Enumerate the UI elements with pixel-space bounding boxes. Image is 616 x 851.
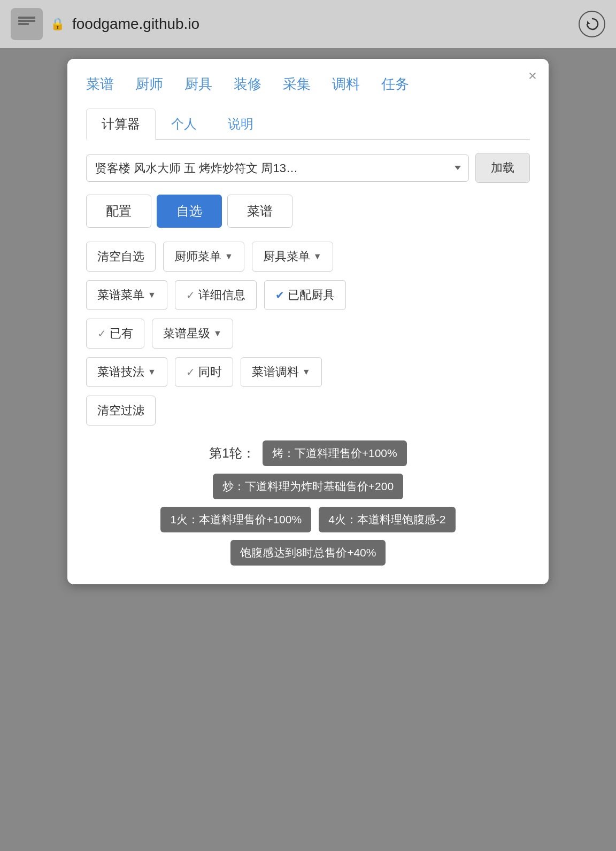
already-have-button[interactable]: ✓ 已有 [86, 319, 144, 349]
chef-menu-label: 厨师菜单 [174, 249, 221, 265]
badge-row-1: 第1轮： 烤：下道料理售价+100% [209, 440, 406, 466]
reload-button[interactable] [579, 11, 605, 37]
browser-icon [11, 8, 43, 40]
simultaneous-check-icon: ✓ [186, 366, 195, 378]
equipped-kitchen-button[interactable]: ✔ 已配厨具 [264, 280, 346, 310]
modal: × 菜谱 厨师 厨具 装修 采集 调料 任务 计算器 个人 说明 贤客楼 风水大… [67, 59, 549, 584]
svg-rect-0 [18, 17, 35, 19]
filter-row-3: ✓ 已有 菜谱星级 ▼ [86, 319, 530, 349]
mode-tab-recipe[interactable]: 菜谱 [227, 195, 292, 228]
detail-info-label: 详细信息 [198, 287, 245, 303]
clear-filter-button[interactable]: 清空过滤 [86, 396, 156, 426]
mode-tab-custom[interactable]: 自选 [157, 195, 222, 228]
round-label: 第1轮： [209, 445, 255, 462]
tab-zhuangxiu[interactable]: 装修 [234, 75, 261, 96]
recipe-menu-label: 菜谱菜单 [97, 287, 144, 303]
recipe-seasoning-button[interactable]: 菜谱调料 ▼ [241, 357, 322, 387]
badges-section: 第1轮： 烤：下道料理售价+100% 炒：下道料理为炸时基础售价+200 1火：… [86, 440, 530, 566]
kitchen-menu-label: 厨具菜单 [263, 249, 310, 265]
tab-caiji[interactable]: 采集 [283, 75, 311, 96]
filter-row-5: 清空过滤 [86, 396, 530, 426]
mode-tab-config[interactable]: 配置 [86, 195, 151, 228]
subtab-calculator[interactable]: 计算器 [86, 109, 156, 140]
clear-custom-button[interactable]: 清空自选 [86, 242, 156, 272]
detail-check-icon: ✓ [186, 289, 195, 301]
mode-tabs: 配置 自选 菜谱 [86, 195, 530, 228]
subtab-personal[interactable]: 个人 [156, 109, 212, 139]
badge-roast: 烤：下道料理售价+100% [263, 440, 407, 466]
filter-row-2: 菜谱菜单 ▼ ✓ 详细信息 ✔ 已配厨具 [86, 280, 530, 310]
kitchen-menu-button[interactable]: 厨具菜单 ▼ [252, 242, 333, 272]
svg-rect-2 [18, 23, 29, 25]
recipe-menu-button[interactable]: 菜谱菜单 ▼ [86, 280, 167, 310]
detail-info-button[interactable]: ✓ 详细信息 [175, 280, 257, 310]
browser-bar: 🔒 [0, 0, 616, 48]
kitchen-menu-arrow: ▼ [313, 252, 322, 261]
url-bar[interactable] [72, 16, 571, 33]
load-button[interactable]: 加载 [475, 153, 530, 183]
close-button[interactable]: × [528, 68, 537, 83]
sub-tabs: 计算器 个人 说明 [86, 109, 530, 140]
already-have-check-icon: ✓ [97, 327, 106, 340]
already-have-label: 已有 [110, 326, 133, 342]
recipe-technique-button[interactable]: 菜谱技法 ▼ [86, 357, 167, 387]
badge-row-3: 1火：本道料理售价+100% 4火：本道料理饱腹感-2 [160, 507, 455, 532]
tab-renwu[interactable]: 任务 [381, 75, 409, 96]
recipe-star-label: 菜谱星级 [163, 326, 210, 342]
recipe-technique-label: 菜谱技法 [97, 364, 144, 380]
equipped-check-icon: ✔ [275, 289, 284, 301]
filter-row-4: 菜谱技法 ▼ ✓ 同时 菜谱调料 ▼ [86, 357, 530, 387]
recipe-technique-arrow: ▼ [148, 367, 156, 377]
load-row: 贤客楼 风水大师 五 烤炸炒符文 周13… 加载 [86, 153, 530, 183]
badge-4fire: 4火：本道料理饱腹感-2 [319, 507, 455, 532]
badge-1fire: 1火：本道料理售价+100% [160, 507, 311, 532]
equipped-kitchen-label: 已配厨具 [288, 287, 335, 303]
content-area: × 菜谱 厨师 厨具 装修 采集 调料 任务 计算器 个人 说明 贤客楼 风水大… [0, 48, 616, 600]
svg-rect-1 [18, 20, 35, 22]
recipe-menu-arrow: ▼ [148, 290, 156, 300]
recipe-seasoning-label: 菜谱调料 [252, 364, 299, 380]
recipe-seasoning-arrow: ▼ [302, 367, 311, 377]
badge-satiety: 饱腹感达到8时总售价+40% [230, 540, 386, 566]
simultaneous-label: 同时 [198, 364, 222, 380]
nav-tabs: 菜谱 厨师 厨具 装修 采集 调料 任务 [86, 75, 530, 96]
load-select[interactable]: 贤客楼 风水大师 五 烤炸炒符文 周13… [86, 154, 469, 182]
tab-chuju[interactable]: 厨具 [184, 75, 212, 96]
clear-custom-label: 清空自选 [97, 249, 144, 265]
badge-row-2: 炒：下道料理为炸时基础售价+200 [213, 474, 403, 499]
chef-menu-button[interactable]: 厨师菜单 ▼ [163, 242, 244, 272]
filter-row-1: 清空自选 厨师菜单 ▼ 厨具菜单 ▼ [86, 242, 530, 272]
tab-caipul[interactable]: 菜谱 [86, 75, 114, 96]
subtab-description[interactable]: 说明 [212, 109, 269, 139]
badge-fry: 炒：下道料理为炸时基础售价+200 [213, 474, 403, 499]
tab-chushi[interactable]: 厨师 [135, 75, 163, 96]
lock-icon: 🔒 [50, 17, 65, 31]
bottom-area [0, 600, 616, 707]
recipe-star-arrow: ▼ [213, 329, 222, 338]
tab-tiaoliao[interactable]: 调料 [332, 75, 360, 96]
simultaneous-button[interactable]: ✓ 同时 [175, 357, 233, 387]
badge-row-4: 饱腹感达到8时总售价+40% [230, 540, 386, 566]
chef-menu-arrow: ▼ [225, 252, 233, 261]
clear-filter-label: 清空过滤 [97, 403, 144, 419]
recipe-star-button[interactable]: 菜谱星级 ▼ [152, 319, 233, 349]
